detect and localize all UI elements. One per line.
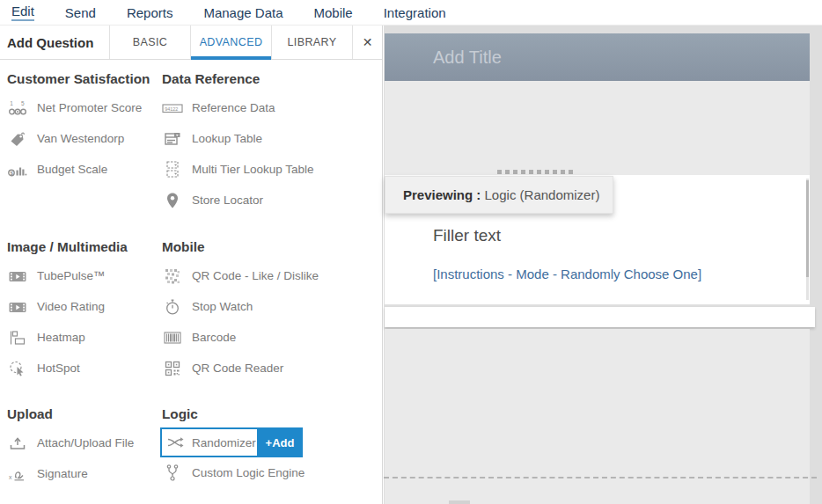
- qr-reader-icon: [162, 359, 183, 378]
- qtype-custom-logic-engine[interactable]: Custom Logic Engine: [162, 457, 382, 488]
- nps-scale-icon: 15: [7, 99, 28, 118]
- add-question-panel: Add Question BASIC ADVANCED LIBRARY ✕ Cu…: [0, 26, 383, 504]
- svg-text:x: x: [9, 473, 12, 479]
- qtype-randomizer[interactable]: Randomizer +Add: [160, 427, 303, 457]
- top-nav: Edit Send Reports Manage Data Mobile Int…: [0, 0, 822, 26]
- qtype-label: HotSpot: [37, 362, 80, 375]
- qtype-qr-like-dislike[interactable]: QR Code - Like / Dislike: [162, 260, 382, 291]
- survey-description-area[interactable]: [385, 81, 810, 175]
- signature-pen-icon: x: [7, 464, 28, 484]
- preview-footer-strip: [385, 307, 815, 327]
- section-divider-dashed: [384, 477, 817, 478]
- panel-title: Add Question: [0, 26, 109, 59]
- tooltip-label: Previewing :: [403, 187, 485, 202]
- qtype-net-promoter-score[interactable]: 15 Net Promoter Score: [7, 92, 158, 123]
- qtype-lookup-table[interactable]: Lookup Table: [162, 123, 382, 154]
- cutoff-element: [449, 500, 470, 504]
- close-icon: ✕: [363, 35, 373, 49]
- section-title: Mobile: [162, 239, 382, 255]
- qtype-label: Lookup Table: [192, 132, 262, 145]
- preview-region: Add Title Filler text [Instructions - Mo…: [384, 26, 822, 504]
- qtype-label: Net Promoter Score: [37, 101, 142, 114]
- section-logic: Logic Randomizer +Add: [162, 406, 382, 488]
- barcode-icon: [162, 328, 183, 347]
- survey-title-placeholder[interactable]: Add Title: [385, 33, 810, 81]
- upload-tray-icon: [7, 434, 28, 453]
- cursor-target-icon: [7, 359, 28, 378]
- section-customer-satisfaction: Customer Satisfaction 15 Net Promoter Sc…: [7, 71, 158, 185]
- nav-integration[interactable]: Integration: [384, 5, 446, 20]
- stacked-selects-icon: [162, 160, 183, 179]
- qtype-qr-code-reader[interactable]: QR Code Reader: [162, 353, 382, 383]
- section-title: Image / Multimedia: [7, 239, 158, 255]
- qtype-label: Video Rating: [37, 300, 105, 313]
- qtype-label: Randomizer: [192, 436, 256, 449]
- qtype-attach-upload-file[interactable]: Attach/Upload File: [7, 427, 158, 458]
- qtype-barcode[interactable]: Barcode: [162, 322, 382, 353]
- qtype-label: Signature: [37, 467, 88, 480]
- tab-library[interactable]: LIBRARY: [271, 26, 352, 59]
- qtype-hotspot[interactable]: HotSpot: [7, 353, 158, 383]
- price-tag-icon: [7, 129, 28, 149]
- question-instruction: [Instructions - Mode - Randomly Choose O…: [433, 267, 701, 281]
- tab-basic[interactable]: BASIC: [109, 26, 190, 59]
- qtype-label: Heatmap: [37, 331, 85, 344]
- question-title: Filler text: [433, 226, 501, 245]
- svg-text:5: 5: [21, 100, 25, 106]
- qtype-tubepulse[interactable]: TubePulse™: [7, 260, 158, 291]
- qtype-van-westendorp[interactable]: Van Westendorp: [7, 123, 158, 154]
- panel-tab-bar: Add Question BASIC ADVANCED LIBRARY ✕: [0, 26, 382, 60]
- svg-text:1: 1: [10, 100, 13, 106]
- qtype-store-locator[interactable]: Store Locator: [162, 185, 382, 215]
- qtype-video-rating[interactable]: Video Rating: [7, 291, 158, 322]
- qtype-label: Stop Watch: [192, 300, 253, 313]
- previewing-tooltip: Previewing : Logic (Randomizer): [385, 176, 613, 214]
- qtype-label: Custom Logic Engine: [192, 466, 305, 479]
- nav-mobile[interactable]: Mobile: [314, 5, 353, 20]
- qtype-label: Reference Data: [192, 101, 275, 114]
- tab-advanced[interactable]: ADVANCED: [190, 26, 271, 59]
- close-panel-button[interactable]: ✕: [352, 26, 382, 59]
- qtype-label: Multi Tier Lookup Table: [192, 163, 314, 176]
- section-data-reference: Data Reference 94122 Reference Data: [162, 71, 382, 215]
- tooltip-value: Logic (Randomizer): [485, 187, 600, 202]
- nav-send[interactable]: Send: [65, 5, 96, 20]
- qtype-multi-tier-lookup-table[interactable]: Multi Tier Lookup Table: [162, 154, 382, 185]
- lookup-table-icon: [162, 129, 183, 149]
- section-title: Data Reference: [162, 71, 382, 87]
- zipcode-box-icon: 94122: [162, 99, 183, 118]
- qtype-label: Budget Scale: [37, 163, 107, 176]
- svg-text:94122: 94122: [165, 106, 178, 111]
- nav-edit[interactable]: Edit: [11, 4, 34, 21]
- clipped-question-text: [497, 170, 573, 174]
- shuffle-icon: [165, 433, 187, 452]
- card-scrollbar[interactable]: [806, 179, 809, 300]
- qtype-label: Store Locator: [192, 194, 263, 207]
- qtype-label: TubePulse™: [37, 269, 106, 282]
- section-upload: Upload Attach/Upload File x: [7, 406, 158, 489]
- video-film-icon: [7, 297, 28, 317]
- qtype-reference-data[interactable]: 94122 Reference Data: [162, 92, 382, 123]
- qtype-budget-scale[interactable]: $ Budget Scale: [7, 154, 158, 185]
- qtype-heatmap[interactable]: Heatmap: [7, 322, 158, 353]
- branch-merge-icon: [162, 464, 183, 483]
- section-title: Upload: [7, 406, 158, 422]
- section-image-multimedia: Image / Multimedia TubePulse™: [7, 239, 158, 383]
- qtype-label: Barcode: [192, 331, 236, 344]
- qtype-label: Attach/Upload File: [37, 436, 134, 449]
- section-title: Customer Satisfaction: [7, 71, 158, 87]
- card-scrollbar-thumb[interactable]: [806, 180, 809, 277]
- nav-reports[interactable]: Reports: [127, 5, 173, 20]
- add-randomizer-button[interactable]: +Add: [257, 427, 303, 457]
- survey-editor-app: Edit Send Reports Manage Data Mobile Int…: [0, 0, 822, 504]
- qr-code-icon: [162, 267, 183, 286]
- stopwatch-icon: [162, 297, 183, 317]
- qtype-signature[interactable]: x Signature: [7, 458, 158, 489]
- section-mobile: Mobile QR Code - Like / Dislike: [162, 239, 382, 383]
- qtype-label: QR Code - Like / Dislike: [192, 269, 319, 282]
- qtype-label: QR Code Reader: [192, 362, 283, 375]
- nav-manage-data[interactable]: Manage Data: [203, 5, 283, 20]
- qtype-stop-watch[interactable]: Stop Watch: [162, 291, 382, 322]
- heatmap-regions-icon: [7, 328, 28, 347]
- qtype-label: Van Westendorp: [37, 132, 124, 145]
